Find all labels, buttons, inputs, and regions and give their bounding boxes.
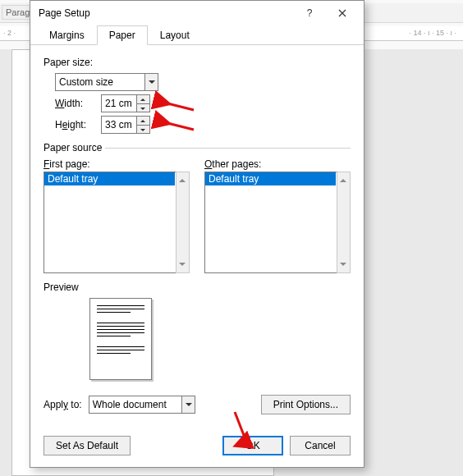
close-icon (338, 9, 346, 17)
close-button[interactable] (326, 2, 359, 25)
height-value: 33 cm (105, 119, 132, 130)
spinner-buttons[interactable] (136, 116, 150, 134)
paper-size-select[interactable]: Custom size (55, 73, 158, 91)
width-label: Width: (55, 98, 94, 109)
other-pages-listbox[interactable]: Default tray (204, 172, 351, 273)
cancel-label: Cancel (305, 440, 335, 451)
dialog-title: Page Setup (39, 7, 293, 19)
first-page-listbox[interactable]: Default tray (44, 172, 190, 273)
width-value: 21 cm (105, 98, 132, 109)
paper-size-label: Paper size: (44, 57, 351, 68)
apply-to-label: Apply to: (44, 399, 82, 410)
width-spinner[interactable]: 21 cm (101, 94, 150, 112)
ruler-mark-left: · 2 · (3, 29, 16, 37)
chevron-down-icon (181, 396, 195, 414)
first-page-label: First page: (44, 158, 190, 170)
paper-size-value: Custom size (59, 76, 113, 88)
list-item[interactable]: Default tray (44, 172, 175, 185)
dialog-body: Paper size: Custom size Width: 21 cm Hei… (30, 45, 364, 428)
print-options-button[interactable]: Print Options... (261, 395, 351, 414)
tab-layout-label: Layout (160, 30, 190, 41)
dialog-footer: Set As Default OK Cancel (30, 428, 364, 467)
preview-label: Preview (44, 281, 351, 293)
set-as-default-label: Set As Default (56, 440, 118, 451)
tab-paper[interactable]: Paper (97, 25, 148, 45)
ok-label: OK (245, 440, 259, 451)
scrollbar[interactable] (337, 172, 351, 273)
set-as-default-button[interactable]: Set As Default (44, 436, 131, 455)
preview-thumbnail (89, 298, 152, 380)
tab-margins[interactable]: Margins (37, 25, 97, 45)
spinner-buttons[interactable] (136, 94, 150, 112)
print-options-label: Print Options... (273, 399, 338, 410)
ruler-mark-right: · 14 · ı · 15 · ı · (409, 29, 456, 37)
scrollbar[interactable] (176, 172, 190, 273)
ok-button[interactable]: OK (222, 436, 283, 455)
chevron-down-icon (144, 73, 158, 91)
paper-source-group: Paper source First page: Default tray Ot… (44, 142, 351, 273)
tab-paper-label: Paper (109, 30, 135, 41)
tab-layout[interactable]: Layout (148, 25, 202, 45)
cancel-button[interactable]: Cancel (290, 436, 351, 455)
list-item[interactable]: Default tray (205, 172, 336, 185)
other-pages-label: Other pages: (204, 158, 351, 170)
page-setup-dialog: Page Setup ? Margins Paper Layout Paper … (30, 0, 364, 468)
height-spinner[interactable]: 33 cm (101, 116, 150, 134)
apply-to-value: Whole document (93, 399, 167, 410)
height-label: Height: (55, 119, 94, 130)
paper-source-label: Paper source (44, 142, 105, 153)
tab-strip: Margins Paper Layout (30, 25, 364, 45)
apply-to-select[interactable]: Whole document (89, 396, 195, 414)
help-button[interactable]: ? (293, 2, 326, 25)
tab-margins-label: Margins (49, 30, 85, 41)
titlebar[interactable]: Page Setup ? (30, 1, 364, 25)
